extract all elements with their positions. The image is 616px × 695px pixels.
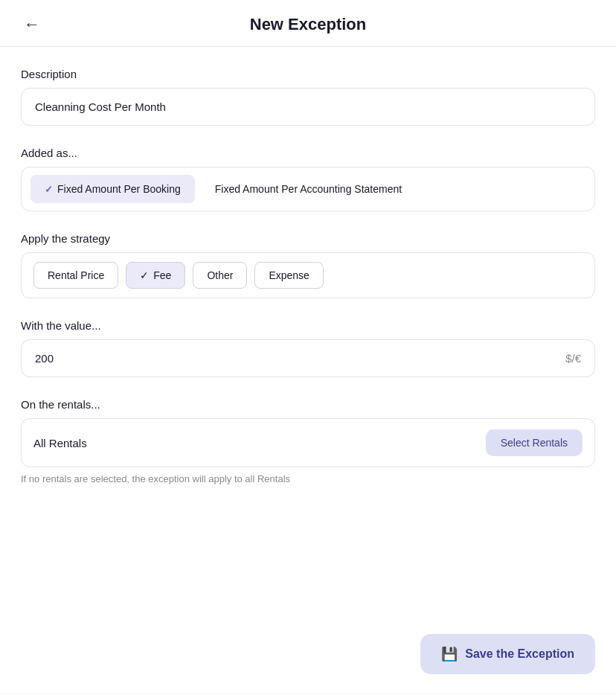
strategy-other[interactable]: Other [193,262,247,289]
back-button[interactable]: ← [18,13,46,36]
strategy-fee-label: Fee [153,269,171,281]
strategy-expense-label: Expense [269,269,309,281]
page-title: New Exception [250,15,366,34]
value-input-wrapper: $/€ [21,339,595,377]
main-content: Description Added as... ✓ Fixed Amount P… [0,47,616,694]
added-as-toggle-group: ✓ Fixed Amount Per Booking Fixed Amount … [21,167,595,211]
toggle-fixed-accounting[interactable]: Fixed Amount Per Accounting Statement [201,175,416,203]
select-rentals-button[interactable]: Select Rentals [486,429,583,456]
added-as-label: Added as... [21,147,595,159]
strategy-fee[interactable]: ✓ Fee [126,262,185,289]
strategy-label: Apply the strategy [21,232,595,245]
strategy-rental-price-label: Rental Price [48,269,104,281]
rentals-hint: If no rentals are selected, the exceptio… [21,473,595,484]
toggle-fixed-booking[interactable]: ✓ Fixed Amount Per Booking [31,175,195,203]
value-label: With the value... [21,319,595,332]
value-input[interactable] [35,340,565,377]
rentals-section: On the rentals... All Rentals Select Ren… [21,398,595,484]
save-icon: 💾 [441,646,458,662]
check-icon-fee: ✓ [140,269,149,281]
save-button[interactable]: 💾 Save the Exception [420,634,595,674]
currency-label: $/€ [565,352,581,365]
value-section: With the value... $/€ [21,319,595,377]
rentals-box: All Rentals Select Rentals [21,418,595,467]
strategy-expense[interactable]: Expense [254,262,323,289]
rentals-current: All Rentals [33,437,87,449]
strategy-group: Rental Price ✓ Fee Other Expense [21,252,595,298]
added-as-section: Added as... ✓ Fixed Amount Per Booking F… [21,147,595,211]
strategy-rental-price[interactable]: Rental Price [33,262,118,289]
save-btn-container: 💾 Save the Exception [420,634,595,674]
description-section: Description [21,68,595,126]
rentals-label: On the rentals... [21,398,595,411]
description-input[interactable] [21,88,595,126]
toggle-fixed-accounting-label: Fixed Amount Per Accounting Statement [215,183,402,195]
back-icon: ← [24,15,40,33]
strategy-other-label: Other [207,269,233,281]
header: ← New Exception [0,0,616,47]
save-button-label: Save the Exception [465,647,574,661]
toggle-fixed-booking-label: Fixed Amount Per Booking [57,183,181,195]
check-icon-booking: ✓ [45,184,53,195]
description-label: Description [21,68,595,80]
strategy-section: Apply the strategy Rental Price ✓ Fee Ot… [21,232,595,298]
